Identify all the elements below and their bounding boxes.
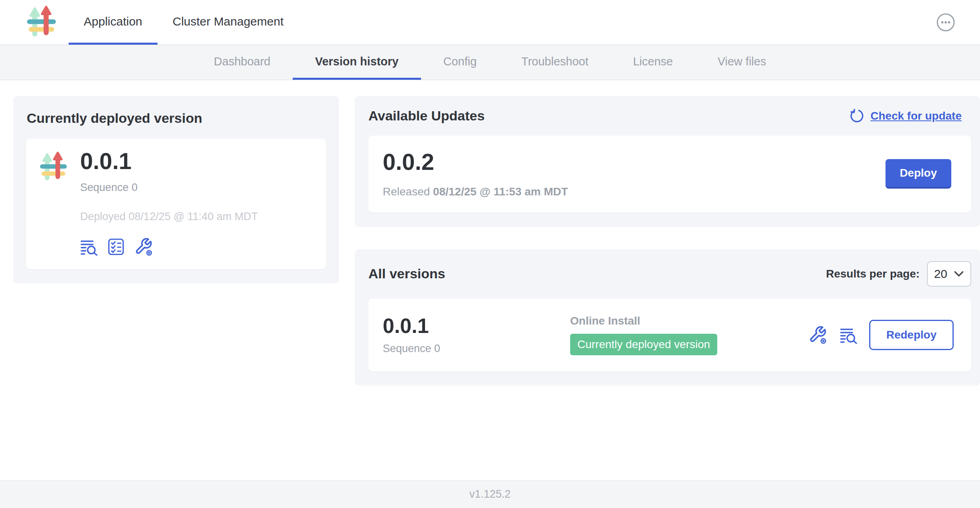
currently-deployed-badge: Currently deployed version bbox=[570, 334, 717, 355]
tab-cluster-management-label: Cluster Management bbox=[173, 15, 283, 28]
subnav-label: Config bbox=[443, 55, 477, 68]
subnav-item-version-history[interactable]: Version history bbox=[293, 45, 421, 80]
available-updates-card: Available Updates Check for update 0.0.2… bbox=[355, 96, 980, 227]
install-type-label: Online Install bbox=[570, 315, 809, 327]
main-content: Currently deployed version 0.0 bbox=[0, 80, 980, 480]
top-tabs: Application Cluster Management bbox=[69, 0, 299, 45]
diff-icon[interactable] bbox=[840, 326, 857, 344]
diff-icon[interactable] bbox=[80, 238, 98, 256]
currently-deployed-title: Currently deployed version bbox=[27, 110, 326, 126]
refresh-icon bbox=[850, 109, 864, 123]
version-row: 0.0.1 Sequence 0 Online Install Currentl… bbox=[368, 299, 971, 371]
console-version: v1.125.2 bbox=[469, 488, 511, 500]
tab-cluster-management[interactable]: Cluster Management bbox=[157, 0, 299, 45]
redeploy-button[interactable]: Redeploy bbox=[869, 320, 954, 350]
row-sequence: Sequence 0 bbox=[383, 343, 570, 355]
ellipsis-menu-icon bbox=[936, 13, 955, 32]
released-date: 08/12/25 @ 11:53 am MDT bbox=[433, 185, 568, 198]
deployed-sequence: Sequence 0 bbox=[80, 181, 258, 194]
chevron-down-icon bbox=[954, 271, 964, 277]
update-info: 0.0.2 Released 08/12/25 @ 11:53 am MDT bbox=[383, 150, 568, 198]
results-per-page-select[interactable]: 20 bbox=[927, 261, 971, 287]
subnav-item-config[interactable]: Config bbox=[421, 45, 499, 80]
available-updates-title: Available Updates bbox=[368, 108, 485, 124]
results-per-page-label: Results per page: bbox=[826, 268, 920, 280]
top-navbar: Application Cluster Management bbox=[0, 0, 980, 45]
all-versions-card: All versions Results per page: 20 0.0.1 … bbox=[355, 249, 980, 386]
subnav-label: Version history bbox=[315, 55, 399, 68]
deployed-version-panel: 0.0.1 Sequence 0 Deployed 08/12/25 @ 11:… bbox=[26, 139, 326, 269]
edit-config-icon[interactable] bbox=[134, 237, 153, 256]
row-version-number: 0.0.1 bbox=[383, 315, 570, 337]
update-version-number: 0.0.2 bbox=[383, 150, 568, 174]
subnav-item-view-files[interactable]: View files bbox=[695, 45, 789, 80]
all-versions-title: All versions bbox=[368, 266, 445, 282]
subnav-item-dashboard[interactable]: Dashboard bbox=[191, 45, 293, 80]
preflight-checks-icon[interactable] bbox=[107, 238, 125, 256]
app-footer: v1.125.2 bbox=[0, 480, 980, 508]
row-version-info: 0.0.1 Sequence 0 bbox=[383, 315, 570, 355]
deployed-version-info: 0.0.1 Sequence 0 Deployed 08/12/25 @ 11:… bbox=[80, 149, 258, 256]
row-actions: Redeploy bbox=[809, 320, 954, 350]
app-subnav: Dashboard Version history Config Trouble… bbox=[0, 45, 980, 80]
subnav-label: View files bbox=[718, 55, 766, 68]
ellipsis-menu-button[interactable] bbox=[936, 13, 955, 32]
update-row: 0.0.2 Released 08/12/25 @ 11:53 am MDT D… bbox=[368, 136, 971, 213]
subnav-label: Troubleshoot bbox=[521, 55, 588, 68]
update-released-timestamp: Released 08/12/25 @ 11:53 am MDT bbox=[383, 185, 568, 198]
check-for-update-label: Check for update bbox=[870, 110, 962, 122]
subnav-item-troubleshoot[interactable]: Troubleshoot bbox=[499, 45, 611, 80]
app-logo-icon bbox=[38, 152, 69, 183]
tab-application-label: Application bbox=[84, 15, 142, 28]
app-logo-icon bbox=[25, 6, 58, 39]
currently-deployed-card: Currently deployed version 0.0 bbox=[13, 96, 339, 284]
subnav-label: License bbox=[633, 55, 673, 68]
deploy-button[interactable]: Deploy bbox=[886, 159, 951, 189]
row-install-info: Online Install Currently deployed versio… bbox=[570, 315, 809, 355]
deployed-timestamp: Deployed 08/12/25 @ 11:40 am MDT bbox=[80, 211, 258, 223]
right-column: Available Updates Check for update 0.0.2… bbox=[355, 96, 980, 386]
deployed-version-actions bbox=[80, 237, 258, 256]
tab-application[interactable]: Application bbox=[69, 0, 157, 45]
results-per-page-value: 20 bbox=[934, 267, 947, 281]
released-prefix: Released bbox=[383, 185, 430, 198]
deployed-version-number: 0.0.1 bbox=[80, 149, 258, 173]
edit-config-icon[interactable] bbox=[809, 325, 828, 345]
results-per-page: Results per page: 20 bbox=[826, 261, 971, 287]
subnav-item-license[interactable]: License bbox=[611, 45, 695, 80]
subnav-label: Dashboard bbox=[214, 55, 270, 68]
check-for-update-link[interactable]: Check for update bbox=[850, 109, 962, 123]
